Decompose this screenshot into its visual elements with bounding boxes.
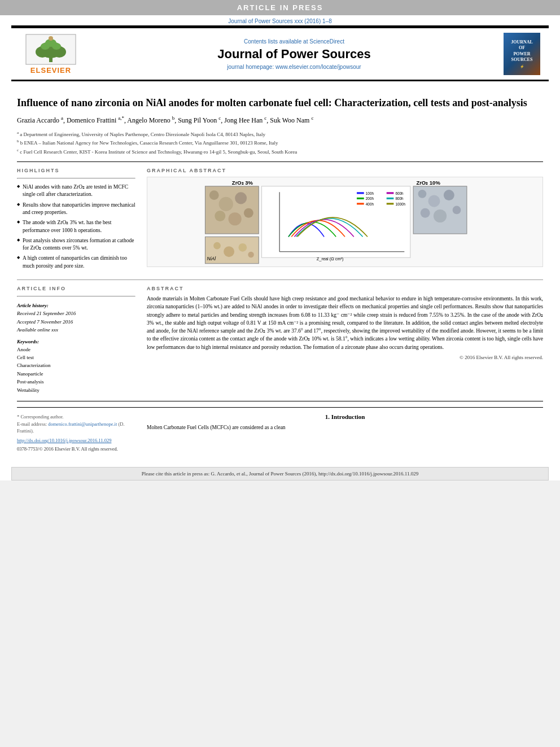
abstract-text: Anode materials in Molten Carbonate Fuel… [147, 295, 543, 351]
highlight-item-5: A high content of nanoparticles can dimi… [17, 255, 135, 270]
svg-point-17 [215, 211, 225, 221]
sciencedirect-label: Contents lists available at ScienceDirec… [244, 38, 344, 45]
article-title: Influence of nano zirconia on NiAl anode… [17, 97, 543, 110]
svg-point-45 [213, 242, 221, 250]
email-address[interactable]: domenico.frattini@uniparthenope.it [48, 421, 117, 427]
elsevier-tree-icon [25, 34, 76, 65]
ga-header: GRAPHICAL ABSTRACT [147, 168, 543, 173]
svg-text:100h: 100h [366, 191, 374, 195]
copyright: © 2016 Elsevier B.V. All rights reserved… [147, 355, 543, 360]
highlight-item-3: The anode with ZrO₂ 3% wt. has the best … [17, 219, 135, 234]
intro-text: Molten Carbonate Fuel Cells (MCFCs) are … [147, 423, 543, 431]
citation-text: Please cite this article in press as: G.… [142, 471, 418, 477]
svg-point-37 [418, 190, 427, 198]
journal-center: Contents lists available at ScienceDirec… [85, 38, 504, 70]
svg-rect-24 [357, 192, 364, 194]
intro-title-text: Introduction [331, 413, 365, 420]
article-info-divider [17, 296, 135, 297]
svg-text:1000h: 1000h [396, 202, 406, 206]
email-label-text: E-mail address: [17, 421, 47, 427]
svg-text:600h: 600h [396, 191, 404, 195]
keyword-5: Post-analysis [17, 378, 135, 386]
svg-point-16 [235, 192, 247, 204]
authors-line: Grazia Accardo a, Domenico Frattini a,*,… [17, 114, 543, 126]
affiliation-a-text: a Department of Engineering, University … [20, 132, 265, 137]
highlight-item-1: NiAl anodes with nano ZrO₂ are tested in… [17, 184, 135, 199]
article-info-section: ARTICLE INFO Article history: Received 2… [17, 279, 543, 394]
svg-text:Z_real (Ω cm²): Z_real (Ω cm²) [317, 257, 344, 262]
journal-header: ELSEVIER Contents lists available at Sci… [11, 27, 549, 80]
journal-logo-right: JOURNALOFPOWERSOURCES ⚡ [504, 33, 543, 75]
svg-point-42 [453, 206, 461, 215]
keyword-4: Nanoparticle [17, 370, 135, 378]
svg-point-38 [428, 195, 440, 207]
svg-text:NiAl: NiAl [207, 256, 217, 262]
svg-point-39 [444, 190, 454, 200]
divider-2 [17, 401, 543, 401]
ga-svg: ZrO₂ 3% ZrO₂ 10% [147, 177, 542, 267]
svg-point-41 [434, 209, 447, 222]
svg-point-8 [49, 36, 53, 41]
corresponding-author-label: * Corresponding author. [17, 413, 135, 421]
svg-point-47 [238, 243, 247, 252]
highlight-text-2: Results show that nanoparticles improve … [23, 202, 135, 215]
graphical-abstract-section: GRAPHICAL ABSTRACT ZrO₂ 3% ZrO₂ 10% [147, 168, 543, 273]
article-info-left: ARTICLE INFO Article history: Received 2… [17, 286, 135, 394]
article-in-press-banner: ARTICLE IN PRESS [0, 0, 560, 15]
history-title: Article history: [17, 302, 135, 309]
journal-ref-text: Journal of Power Sources xxx (2016) 1–8 [228, 18, 331, 24]
svg-point-14 [209, 190, 219, 200]
bottom-section: * Corresponding author. E-mail address: … [17, 407, 543, 453]
elsevier-brand: ELSEVIER [30, 66, 71, 75]
keyword-3: Characterization [17, 361, 135, 369]
affiliation-a: a a Department of Engineering, Universit… [17, 130, 543, 139]
affiliation-b-text: b ENEA – Italian National Agency for New… [20, 140, 278, 146]
svg-text:800h: 800h [396, 196, 404, 200]
highlight-text-3: The anode with ZrO₂ 3% wt. has the best … [23, 220, 111, 233]
svg-rect-26 [357, 198, 364, 199]
svg-text:ZrO₂ 3%: ZrO₂ 3% [232, 180, 253, 186]
banner-text: ARTICLE IN PRESS [237, 3, 323, 12]
abstract-section: ABSTRACT Anode materials in Molten Carbo… [147, 286, 543, 394]
keyword-2: Cell test [17, 353, 135, 361]
svg-text:ZrO₂ 10%: ZrO₂ 10% [416, 180, 440, 186]
elsevier-logo: ELSEVIER [17, 34, 85, 75]
svg-rect-34 [387, 203, 394, 204]
affiliation-c: c c Fuel Cell Research Center, KIST - Ko… [17, 147, 543, 156]
keywords-title: Keywords: [17, 339, 135, 344]
svg-point-18 [229, 212, 242, 225]
available-date: Available online xxx [17, 326, 135, 334]
issn-text: 0378-7753/© 2016 Elsevier B.V. All right… [17, 445, 135, 453]
keywords-list: Anode Cell test Characterization Nanopar… [17, 346, 135, 394]
page-wrapper: ARTICLE IN PRESS Journal of Power Source… [0, 0, 560, 480]
svg-point-46 [224, 246, 234, 257]
highlight-text-5: A high content of nanoparticles can dimi… [23, 255, 127, 268]
email-line: E-mail address: domenico.frattini@unipar… [17, 421, 135, 435]
svg-text:200h: 200h [366, 196, 374, 200]
keyword-6: Wettability [17, 386, 135, 394]
svg-text:400h: 400h [366, 202, 374, 206]
highlights-list: NiAl anodes with nano ZrO₂ are tested in… [17, 184, 135, 270]
intro-number: 1. [325, 413, 330, 420]
svg-rect-32 [387, 198, 394, 199]
citation-bar: Please cite this article in press as: G.… [11, 467, 549, 480]
journal-title: Journal of Power Sources [85, 47, 504, 62]
main-content: Influence of nano zirconia on NiAl anode… [0, 81, 560, 461]
svg-rect-30 [387, 192, 394, 194]
abstract-title: ABSTRACT [147, 286, 543, 291]
doi-link[interactable]: http://dx.doi.org/10.1016/j.jpowsour.201… [17, 437, 135, 444]
introduction-section: 1. Introduction Molten Carbonate Fuel Ce… [147, 413, 543, 453]
accepted-date: Accepted 7 November 2016 [17, 318, 135, 326]
footnotes: * Corresponding author. E-mail address: … [17, 413, 135, 453]
highlights-header: HIGHLIGHTS [17, 168, 135, 173]
highlight-item-2: Results show that nanoparticles improve … [17, 202, 135, 217]
journal-logo-box: JOURNALOFPOWERSOURCES ⚡ [504, 33, 540, 75]
intro-title: 1. Introduction [147, 413, 543, 420]
affiliation-b: b b ENEA – Italian National Agency for N… [17, 138, 543, 147]
svg-point-15 [219, 197, 233, 211]
highlight-text-1: NiAl anodes with nano ZrO₂ are tested in… [23, 184, 128, 197]
divider-1 [17, 161, 543, 162]
journal-reference: Journal of Power Sources xxx (2016) 1–8 [0, 15, 560, 25]
graphical-abstract-box: ZrO₂ 3% ZrO₂ 10% [147, 177, 543, 267]
article-history: Article history: Received 21 September 2… [17, 302, 135, 334]
